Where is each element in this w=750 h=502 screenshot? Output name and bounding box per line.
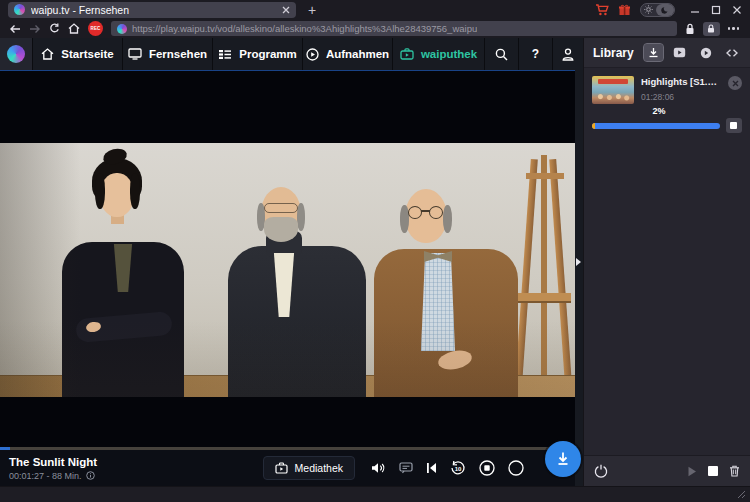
- stop-all-button[interactable]: [708, 466, 718, 476]
- rewind-10-label: 10: [455, 466, 462, 472]
- tab-bar: waipu.tv - Fernsehen +: [0, 0, 750, 19]
- trash-icon[interactable]: [729, 465, 740, 477]
- item-duration: 01:28:06: [641, 92, 721, 102]
- status-bar: [0, 486, 750, 502]
- library-title: Library: [593, 46, 634, 60]
- double-arrow-icon: [726, 49, 738, 57]
- recordings-icon: [306, 48, 319, 61]
- nav-item-startseite[interactable]: Startseite: [33, 38, 122, 70]
- download-fab[interactable]: [545, 441, 581, 477]
- mediathek-button[interactable]: Mediathek: [263, 456, 355, 480]
- browser-tab[interactable]: waipu.tv - Fernsehen: [8, 2, 296, 18]
- nav-search[interactable]: [485, 38, 518, 70]
- nav-item-programm[interactable]: Programm: [213, 38, 302, 70]
- item-progress-fill: [592, 123, 595, 129]
- info-icon[interactable]: [86, 471, 95, 480]
- volume-icon[interactable]: [371, 462, 386, 474]
- epg-list-icon: [218, 49, 232, 60]
- lock-icon[interactable]: [685, 23, 695, 35]
- downloads-tab[interactable]: [644, 44, 663, 61]
- gift-icon[interactable]: [618, 4, 631, 16]
- item-progress-label: 2%: [592, 106, 726, 116]
- nav-label: Aufnahmen: [326, 48, 389, 60]
- stop-square-icon: [730, 122, 737, 129]
- rewind-10-icon[interactable]: 10: [450, 460, 466, 476]
- player-icon-row: 10: [371, 460, 524, 476]
- sun-icon[interactable]: [641, 5, 656, 14]
- waipu-favicon-small: [117, 24, 127, 34]
- stop-square-icon: [708, 466, 718, 476]
- player-top-line: [0, 70, 583, 71]
- chevron-right-icon: [576, 258, 581, 266]
- library-toolbar: [584, 455, 750, 486]
- download-item[interactable]: Highlights [S1.E51] - The ... 01:28:06 2…: [584, 68, 750, 137]
- reload-icon[interactable]: [49, 23, 60, 34]
- sidebar-expand-handle[interactable]: [575, 70, 583, 486]
- url-bar[interactable]: https://play.waipu.tv/vod/alleskino/alle…: [111, 21, 677, 36]
- videos-tab[interactable]: [670, 44, 689, 61]
- back-icon[interactable]: [9, 24, 21, 34]
- browser-window: waipu.tv - Fernsehen +: [0, 0, 750, 502]
- library-header: Library: [584, 38, 750, 68]
- library-panel: Library: [583, 38, 750, 486]
- stop-icon[interactable]: [479, 460, 495, 476]
- item-thumbnail: [592, 76, 634, 104]
- content-area: Startseite Fernsehen Programm Aufnahmen …: [0, 38, 750, 486]
- video-time-info: 00:01:27 - 88 Min.: [9, 471, 82, 481]
- nav-item-fernsehen[interactable]: Fernsehen: [123, 38, 212, 70]
- mediathek-icon: [275, 462, 288, 474]
- cart-icon[interactable]: [595, 4, 609, 16]
- waipu-nav: Startseite Fernsehen Programm Aufnahmen …: [0, 38, 583, 70]
- tabstrip-actions: [595, 3, 750, 17]
- download-icon: [555, 451, 571, 467]
- home-icon: [41, 48, 54, 60]
- video-title: The Sunlit Night: [9, 456, 97, 468]
- nav-label: Fernsehen: [149, 48, 207, 60]
- home-icon[interactable]: [68, 23, 80, 34]
- tv-icon: [128, 48, 142, 60]
- waipu-favicon: [14, 4, 25, 15]
- moon-icon[interactable]: [656, 4, 674, 16]
- play-circle-icon: [700, 47, 712, 59]
- minimize-icon[interactable]: [690, 5, 700, 15]
- tab-close-icon[interactable]: [282, 6, 290, 14]
- nav-item-waiputhek[interactable]: waiputhek: [393, 38, 484, 70]
- account-icon: [562, 48, 574, 61]
- resize-grip[interactable]: [737, 490, 746, 499]
- nav-help[interactable]: ?: [519, 38, 552, 70]
- search-icon: [495, 48, 508, 61]
- library-empty-area: [584, 137, 750, 455]
- maximize-icon[interactable]: [711, 5, 721, 15]
- play-tab[interactable]: [696, 44, 715, 61]
- expand-panel[interactable]: [722, 44, 741, 61]
- play-all-icon[interactable]: [687, 466, 697, 477]
- close-window-icon[interactable]: [732, 5, 742, 15]
- nav-item-aufnahmen[interactable]: Aufnahmen: [303, 38, 392, 70]
- skip-back-icon[interactable]: [426, 462, 437, 474]
- nav-label: Programm: [239, 48, 297, 60]
- power-icon[interactable]: [594, 464, 608, 478]
- overflow-menu-icon[interactable]: [728, 27, 742, 30]
- item-progress-bar: [592, 123, 720, 129]
- skip-forward-icon[interactable]: [508, 460, 524, 476]
- url-text: https://play.waipu.tv/vod/alleskino/alle…: [132, 23, 477, 34]
- tab-title: waipu.tv - Fernsehen: [31, 4, 276, 16]
- item-close-button[interactable]: [728, 76, 742, 90]
- now-playing: The Sunlit Night 00:01:27 - 88 Min.: [9, 456, 97, 481]
- forward-icon[interactable]: [29, 24, 41, 34]
- theme-toggle[interactable]: [640, 3, 675, 17]
- mediathek-label: Mediathek: [295, 462, 343, 474]
- new-tab-button[interactable]: +: [308, 3, 316, 17]
- item-stop-button[interactable]: [726, 118, 742, 133]
- video-player[interactable]: The Sunlit Night 00:01:27 - 88 Min. Medi…: [0, 70, 583, 486]
- waipu-logo[interactable]: [0, 38, 32, 70]
- nav-account[interactable]: [553, 38, 583, 70]
- subtitles-icon[interactable]: [399, 462, 413, 474]
- item-title: Highlights [S1.E51] - The ...: [641, 76, 721, 87]
- extension-lock-icon[interactable]: [703, 22, 720, 36]
- player-controls: The Sunlit Night 00:01:27 - 88 Min. Medi…: [0, 450, 575, 486]
- window-controls: [690, 5, 742, 15]
- video-tab-icon: [673, 47, 686, 58]
- rec-extension-badge[interactable]: REC: [88, 21, 103, 36]
- help-icon: ?: [532, 47, 539, 61]
